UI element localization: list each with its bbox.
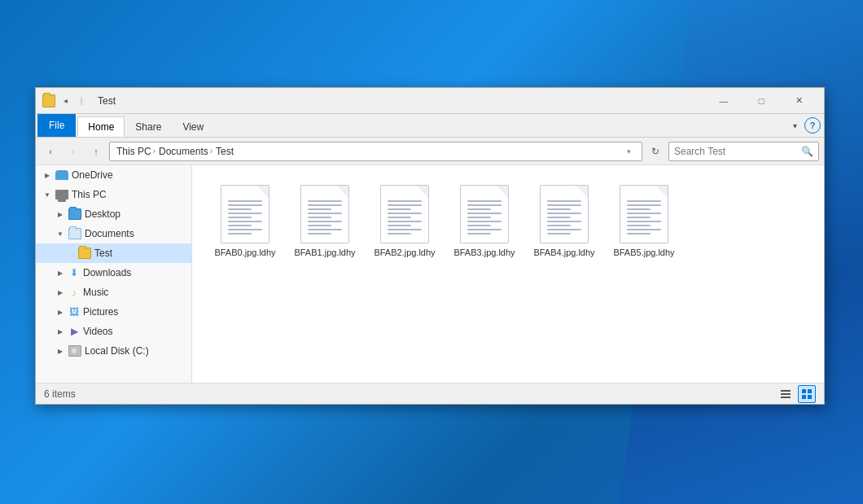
sidebar-item-desktop[interactable]: ▶ Desktop (36, 204, 191, 224)
title-folder-icon (42, 94, 55, 107)
sidebar: ▶ OneDrive ▼ This PC ▶ Desktop ▼ Documen… (36, 165, 192, 383)
maximize-button[interactable]: □ (743, 88, 780, 114)
search-box[interactable]: 🔍 (668, 142, 819, 161)
sidebar-item-onedrive[interactable]: ▶ OneDrive (36, 165, 191, 185)
minimize-button[interactable]: — (705, 88, 743, 114)
doc-line (547, 204, 581, 206)
path-documents: Documents › (159, 146, 212, 157)
title-back-icon: ◂ (59, 94, 72, 107)
up-button[interactable]: ↑ (86, 142, 106, 161)
file-lines (467, 200, 502, 234)
expand-icon: ▼ (42, 190, 52, 199)
svg-rect-5 (802, 395, 806, 399)
search-icon[interactable]: 🔍 (801, 146, 813, 157)
doc-line (467, 208, 491, 210)
expand-icon: ▼ (55, 229, 65, 239)
expand-icon: ▶ (55, 346, 65, 356)
doc-line (627, 200, 661, 202)
music-icon: ♪ (68, 287, 80, 298)
folder-icon (68, 228, 81, 239)
back-button[interactable]: ‹ (41, 142, 60, 161)
svg-rect-3 (802, 389, 806, 393)
expand-icon: ▶ (55, 307, 65, 317)
file-item[interactable]: BFAB5.jpg.ldhy (607, 182, 681, 261)
file-lines (547, 200, 581, 234)
expand-icon: ▶ (42, 170, 52, 180)
file-icon (380, 185, 429, 243)
doc-line (627, 221, 661, 222)
doc-line (388, 221, 422, 222)
sidebar-item-this-pc[interactable]: ▼ This PC (36, 185, 191, 204)
file-item[interactable]: BFAB2.jpg.ldhy (368, 182, 441, 261)
close-button[interactable]: ✕ (780, 88, 817, 114)
doc-line (388, 225, 411, 226)
tab-view[interactable]: View (172, 116, 214, 137)
path-test: Test (216, 146, 234, 157)
search-input[interactable] (674, 146, 798, 157)
doc-line (467, 200, 502, 202)
doc-line (228, 221, 262, 222)
doc-line (388, 200, 422, 202)
file-name: BFAB4.jpg.ldhy (533, 247, 594, 258)
path-dropdown-icon[interactable]: ▾ (622, 145, 635, 158)
doc-line (308, 200, 342, 202)
file-item[interactable]: BFAB1.jpg.ldhy (288, 182, 361, 261)
details-view-button[interactable] (777, 385, 795, 403)
doc-line (627, 208, 651, 210)
status-bar-right (777, 385, 816, 403)
ribbon-collapse-icon[interactable]: ▾ (785, 116, 804, 135)
doc-line (308, 225, 331, 226)
doc-line (547, 225, 571, 226)
status-bar: 6 items (36, 383, 824, 404)
file-item[interactable]: BFAB4.jpg.ldhy (528, 182, 601, 261)
doc-line (467, 217, 491, 218)
doc-line (627, 213, 661, 214)
sidebar-item-test[interactable]: Test (36, 243, 191, 263)
file-item[interactable]: BFAB0.jpg.ldhy (208, 182, 282, 261)
sidebar-item-music[interactable]: ▶ ♪ Music (36, 283, 191, 302)
svg-rect-1 (781, 393, 791, 395)
doc-line (308, 221, 342, 222)
file-explorer-window: ◂ | Test — □ ✕ File Home Share View ▾ ? (35, 87, 825, 405)
file-name: BFAB3.jpg.ldhy (453, 247, 515, 258)
doc-line (467, 229, 502, 230)
doc-line (388, 204, 422, 206)
doc-line (627, 233, 651, 234)
disk-icon (68, 345, 81, 357)
tab-share[interactable]: Share (125, 116, 172, 137)
ribbon-help-icon[interactable]: ? (804, 117, 821, 134)
forward-button[interactable]: › (64, 142, 83, 161)
doc-line (547, 217, 571, 218)
doc-line (228, 200, 262, 202)
tab-file[interactable]: File (37, 114, 76, 137)
expand-icon: ▶ (55, 268, 65, 278)
sidebar-item-videos[interactable]: ▶ ▶ Videos (36, 322, 191, 341)
file-lines (228, 200, 262, 234)
file-lines (388, 200, 422, 234)
doc-line (388, 213, 422, 214)
doc-line (467, 233, 491, 234)
refresh-button[interactable]: ↻ (646, 142, 665, 161)
file-icon (221, 185, 269, 243)
doc-line (228, 217, 252, 218)
ribbon-right: ▾ ? (785, 114, 824, 137)
tiles-view-button[interactable] (798, 385, 816, 403)
file-item[interactable]: BFAB3.jpg.ldhy (448, 182, 521, 261)
folder-icon (68, 208, 81, 220)
item-count: 6 items (44, 388, 76, 400)
address-path[interactable]: This PC › Documents › Test ▾ (109, 142, 642, 161)
doc-line (388, 229, 422, 230)
sidebar-item-pictures[interactable]: ▶ 🖼 Pictures (36, 302, 191, 322)
sidebar-item-documents[interactable]: ▼ Documents (36, 224, 191, 243)
expand-icon: ▶ (55, 287, 65, 297)
path-sep-1: › (153, 147, 156, 156)
file-icon (540, 185, 589, 243)
sidebar-item-downloads[interactable]: ▶ ⬇ Downloads (36, 263, 191, 283)
expand-icon: ▶ (55, 327, 65, 336)
tab-home[interactable]: Home (77, 116, 125, 137)
ribbon: File Home Share View ▾ ? (36, 114, 824, 138)
title-bar-icons: ◂ | (42, 94, 88, 107)
files-grid: BFAB0.jpg.ldhy BFAB1.jpg.ldhy (200, 173, 816, 270)
sidebar-item-local-disk[interactable]: ▶ Local Disk (C:) (36, 341, 191, 361)
address-bar: ‹ › ↑ This PC › Documents › Test ▾ ↻ 🔍 (36, 138, 824, 165)
